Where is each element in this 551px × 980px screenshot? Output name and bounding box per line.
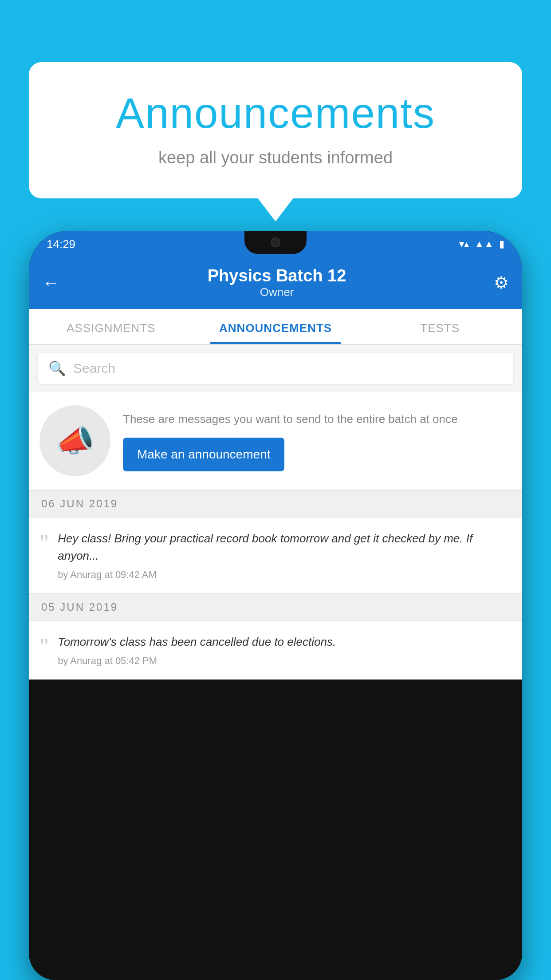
phone-notch <box>244 231 307 254</box>
app-header: ← Physics Batch 12 Owner ⚙ <box>29 257 522 309</box>
announcement-content-1: Hey class! Bring your practical record b… <box>58 530 512 581</box>
status-time: 14:29 <box>47 237 75 251</box>
announcement-item-1[interactable]: " Hey class! Bring your practical record… <box>29 518 522 593</box>
announcement-message-2: Tomorrow's class has been cancelled due … <box>58 633 336 651</box>
card-subtitle: keep all your students informed <box>64 148 487 167</box>
announcement-meta-1: by Anurag at 09:42 AM <box>58 569 512 581</box>
tab-assignments[interactable]: ASSIGNMENTS <box>29 309 193 344</box>
date-separator-2: 05 JUN 2019 <box>29 593 522 621</box>
promo-content: These are messages you want to send to t… <box>123 411 512 471</box>
phone-camera <box>271 237 280 247</box>
quote-icon-1: " <box>39 532 49 555</box>
tab-tests[interactable]: TESTS <box>358 309 522 344</box>
search-icon: 🔍 <box>48 360 66 377</box>
date-separator-1: 06 JUN 2019 <box>29 490 522 518</box>
announcement-item-2[interactable]: " Tomorrow's class has been cancelled du… <box>29 621 522 680</box>
header-title-block: Physics Batch 12 Owner <box>60 266 494 299</box>
signal-icon: ▲▲ <box>474 238 494 250</box>
promo-description: These are messages you want to send to t… <box>123 411 512 428</box>
card-title: Announcements <box>64 89 487 138</box>
announcement-message-1: Hey class! Bring your practical record b… <box>58 530 512 565</box>
status-bar: 14:29 ▾▴ ▲▲ ▮ <box>29 231 522 257</box>
quote-icon-2: " <box>39 635 49 658</box>
tabs-bar: ASSIGNMENTS ANNOUNCEMENTS TESTS <box>29 309 522 345</box>
tab-announcements[interactable]: ANNOUNCEMENTS <box>193 309 358 344</box>
make-announcement-button[interactable]: Make an announcement <box>123 438 284 471</box>
announcement-card: Announcements keep all your students inf… <box>29 62 522 198</box>
back-button[interactable]: ← <box>42 273 60 293</box>
search-placeholder: Search <box>73 361 115 376</box>
batch-role: Owner <box>60 285 494 299</box>
promo-icon-circle: 📣 <box>39 405 110 476</box>
megaphone-icon: 📣 <box>56 423 94 459</box>
phone-screen: 🔍 Search 📣 These are messages you want t… <box>29 345 522 680</box>
phone-frame: 14:29 ▾▴ ▲▲ ▮ ← Physics Batch 12 Owner ⚙… <box>29 231 522 980</box>
batch-title: Physics Batch 12 <box>60 266 494 285</box>
battery-icon: ▮ <box>499 238 504 250</box>
promo-section: 📣 These are messages you want to send to… <box>29 392 522 490</box>
announcement-meta-2: by Anurag at 05:42 PM <box>58 655 336 667</box>
settings-button[interactable]: ⚙ <box>494 273 509 292</box>
wifi-icon: ▾▴ <box>459 238 469 250</box>
search-bar-wrapper: 🔍 Search <box>29 345 522 392</box>
status-icons: ▾▴ ▲▲ ▮ <box>459 238 504 250</box>
announcement-content-2: Tomorrow's class has been cancelled due … <box>58 633 336 667</box>
search-bar[interactable]: 🔍 Search <box>38 353 513 384</box>
